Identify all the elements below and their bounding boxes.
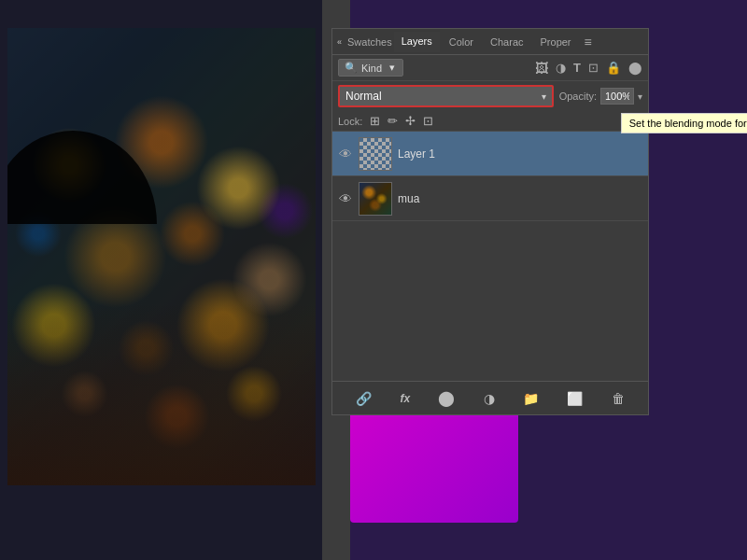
filter-adjustment-icon[interactable]: ◑	[556, 61, 566, 75]
new-layer-icon[interactable]: ⬜	[563, 389, 586, 408]
filter-kind-dropdown[interactable]: 🔍 Kind ▾	[338, 59, 403, 77]
opacity-label: Opacity:	[559, 91, 597, 102]
photo-canvas	[7, 28, 316, 485]
layer-item[interactable]: 👁 Layer 1	[332, 132, 648, 176]
filter-icons: 🖼 ◑ T ⊡ 🔒 ⬤	[535, 61, 642, 76]
tab-properties[interactable]: Proper	[533, 33, 579, 51]
filter-kind-label: Kind	[361, 63, 382, 74]
lock-all-icon[interactable]: ⊡	[423, 114, 433, 128]
lock-label: Lock:	[338, 116, 362, 127]
blend-mode-dropdown[interactable]: Normal ▾	[338, 85, 554, 107]
canvas-accent	[350, 411, 518, 523]
lock-row: Lock: ⊞ ✏ ✢ ⊡ Set the blending mode for …	[332, 111, 648, 132]
layers-panel: « Swatches Layers Color Charac Proper ≡ …	[331, 28, 649, 415]
opacity-group: Opacity: ▾	[559, 88, 642, 105]
filter-row: 🔍 Kind ▾ 🖼 ◑ T ⊡ 🔒 ⬤	[332, 55, 648, 81]
tab-character[interactable]: Charac	[483, 33, 530, 51]
blend-mode-chevron: ▾	[542, 91, 546, 102]
adjustment-icon[interactable]: ◑	[480, 389, 499, 408]
collapse-icon[interactable]: «	[337, 37, 342, 47]
filter-shape-icon[interactable]: ⊡	[588, 61, 599, 75]
layer-thumbnail	[359, 182, 392, 216]
lock-transparent-icon[interactable]: ⊞	[370, 114, 380, 128]
folder-icon[interactable]: 📁	[519, 389, 543, 408]
filter-pixel-icon[interactable]: 🖼	[535, 61, 548, 76]
link-icon[interactable]: 🔗	[352, 389, 375, 408]
workspace: « Swatches Layers Color Charac Proper ≡ …	[0, 0, 747, 560]
layers-list: 👁 Layer 1 👁 mua	[332, 132, 648, 381]
lock-position-icon[interactable]: ✢	[405, 114, 416, 128]
layer-visibility-toggle[interactable]: 👁	[338, 147, 353, 161]
panel-tabs: « Swatches Layers Color Charac Proper ≡	[332, 29, 648, 55]
filter-type-icon[interactable]: T	[573, 61, 581, 75]
layer-name: Layer 1	[398, 147, 435, 161]
tab-swatches[interactable]: Swatches	[347, 36, 392, 48]
layer-item[interactable]: 👁 mua	[332, 176, 648, 221]
mask-icon[interactable]: ⬤	[434, 387, 458, 409]
fx-icon[interactable]: fx	[396, 390, 414, 407]
tab-color[interactable]: Color	[442, 33, 481, 51]
road-overlay	[7, 302, 316, 485]
opacity-input[interactable]	[600, 88, 634, 105]
delete-icon[interactable]: 🗑	[608, 389, 628, 408]
layer-thumbnail	[359, 137, 392, 171]
blend-mode-tooltip: Set the blending mode for the layer	[621, 113, 747, 133]
search-icon: 🔍	[345, 62, 358, 74]
lock-paint-icon[interactable]: ✏	[388, 114, 398, 128]
tab-layers[interactable]: Layers	[394, 32, 440, 52]
layer-visibility-toggle[interactable]: 👁	[338, 191, 353, 206]
opacity-chevron[interactable]: ▾	[638, 91, 642, 102]
panel-bottom-toolbar: 🔗 fx ⬤ ◑ 📁 ⬜ 🗑	[332, 381, 648, 414]
photo-area	[0, 0, 322, 560]
filter-dropdown-arrow: ▾	[389, 62, 395, 74]
filter-dot-icon[interactable]: ⬤	[628, 61, 642, 75]
filter-lock-icon[interactable]: 🔒	[606, 61, 621, 75]
layer-name: mua	[398, 192, 419, 205]
blend-mode-value: Normal	[345, 90, 382, 103]
lock-icons: ⊞ ✏ ✢ ⊡	[370, 114, 433, 128]
panel-menu-icon[interactable]: ≡	[585, 35, 592, 49]
blend-mode-row: Normal ▾ Opacity: ▾	[332, 81, 648, 111]
